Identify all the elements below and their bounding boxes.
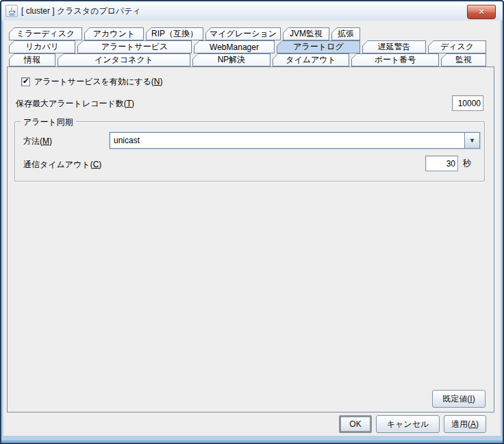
tab-label: タイムアウト — [273, 53, 349, 66]
default-values-button[interactable]: 既定値(I) — [432, 390, 486, 408]
tab-disk[interactable]: ディスク — [428, 40, 486, 53]
tab-account[interactable]: アカウント — [84, 27, 144, 40]
frame-accent-line — [1, 441, 503, 442]
tab-mirror-disk[interactable]: ミラーディスク — [9, 27, 82, 40]
enable-alert-service-checkbox[interactable]: ✔ — [21, 77, 30, 86]
tab-jvm-monitor[interactable]: JVM監視 — [283, 27, 329, 40]
enable-alert-service-row: ✔ アラートサービスを有効にする(N) — [21, 76, 162, 88]
comm-timeout-unit: 秒 — [463, 158, 471, 169]
tab-rip-compat[interactable]: RIP（互換） — [146, 27, 203, 40]
title-bar[interactable]: [ cluster ] クラスタのプロパティ ✕ — [1, 1, 503, 21]
comm-timeout-label: 通信タイムアウト(C) — [23, 159, 101, 171]
tab-port-number[interactable]: ポート番号 — [351, 53, 439, 66]
java-cup-icon — [5, 5, 18, 17]
tab-label: 遅延警告 — [362, 40, 426, 53]
enable-alert-service-label: アラートサービスを有効にする(N) — [34, 76, 162, 88]
alert-sync-group: アラート同期 方法(M) unicast ▼ 通信タイムアウト(C) 秒 — [14, 121, 485, 182]
max-records-label: 保存最大アラートレコード数(T) — [16, 98, 134, 110]
apply-button[interactable]: 適用(A) — [444, 415, 486, 433]
tab-strip: ミラーディスク アカウント RIP（互換） マイグレーション JVM監視 拡張 … — [9, 27, 496, 66]
max-records-input[interactable] — [452, 95, 483, 111]
tab-label: ディスク — [428, 40, 486, 53]
comm-timeout-row: 秒 — [425, 156, 471, 171]
tab-alert-log[interactable]: アラートログ — [277, 40, 360, 53]
tab-alert-service[interactable]: アラートサービス — [77, 40, 192, 53]
tab-np-resolution[interactable]: NP解決 — [192, 53, 270, 66]
tab-label: JVM監視 — [283, 27, 329, 40]
tab-extension[interactable]: 拡張 — [331, 27, 360, 40]
tab-migration[interactable]: マイグレーション — [205, 27, 281, 40]
close-button[interactable]: ✕ — [467, 5, 496, 19]
comm-timeout-input[interactable] — [425, 156, 458, 171]
cancel-button[interactable]: キャンセル — [376, 415, 440, 433]
window: [ cluster ] クラスタのプロパティ ✕ ミラーディスク アカウント R… — [0, 0, 504, 444]
tab-row-2: リカバリ アラートサービス WebManager アラートログ 遅延警告 ディス… — [9, 40, 496, 53]
tab-label: RIP（互換） — [146, 27, 203, 40]
tab-label: インタコネクト — [58, 53, 190, 66]
tab-label: ポート番号 — [351, 53, 439, 66]
tab-label: WebManager — [194, 40, 275, 53]
tab-label: マイグレーション — [205, 27, 281, 40]
tab-label: アラートログ — [277, 40, 360, 53]
method-combobox-arrow-button[interactable]: ▼ — [464, 133, 479, 148]
dialog-body: ミラーディスク アカウント RIP（互換） マイグレーション JVM監視 拡張 … — [3, 21, 501, 436]
tab-label: NP解決 — [192, 53, 270, 66]
alert-sync-group-title: アラート同期 — [21, 116, 76, 128]
alert-log-tab-panel: ✔ アラートサービスを有効にする(N) 保存最大アラートレコード数(T) アラー… — [7, 66, 494, 412]
tab-label: 情報 — [9, 53, 55, 66]
tab-interconnect[interactable]: インタコネクト — [58, 53, 190, 66]
method-combobox[interactable]: unicast ▼ — [110, 132, 480, 149]
chevron-down-icon: ▼ — [469, 138, 475, 144]
close-icon: ✕ — [478, 8, 484, 16]
window-title: [ cluster ] クラスタのプロパティ — [21, 5, 141, 17]
tab-label: 監視 — [441, 53, 486, 66]
tab-recovery[interactable]: リカバリ — [9, 40, 75, 53]
tab-webmanager[interactable]: WebManager — [194, 40, 275, 53]
tab-row-3: 情報 インタコネクト NP解決 タイムアウト ポート番号 監視 — [9, 53, 496, 66]
tab-row-1: ミラーディスク アカウント RIP（互換） マイグレーション JVM監視 拡張 — [9, 27, 496, 40]
tab-label: アカウント — [84, 27, 144, 40]
tab-timeout[interactable]: タイムアウト — [273, 53, 349, 66]
tab-monitor[interactable]: 監視 — [441, 53, 486, 66]
ok-button[interactable]: OK — [339, 415, 372, 433]
tab-info[interactable]: 情報 — [9, 53, 55, 66]
footer-button-bar: OK キャンセル 適用(A) — [339, 415, 486, 433]
tab-label: 拡張 — [331, 27, 360, 40]
tab-delay-warning[interactable]: 遅延警告 — [362, 40, 426, 53]
tab-label: ミラーディスク — [9, 27, 82, 40]
tab-label: アラートサービス — [77, 40, 192, 53]
method-combobox-value: unicast — [110, 133, 464, 148]
tab-label: リカバリ — [9, 40, 75, 53]
check-icon: ✔ — [23, 77, 29, 85]
method-label: 方法(M) — [23, 136, 52, 147]
